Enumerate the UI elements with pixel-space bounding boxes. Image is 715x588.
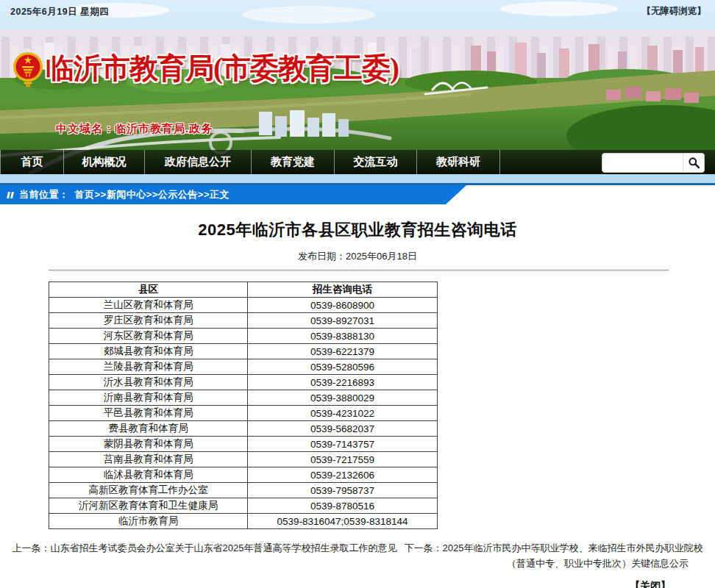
search-icon	[688, 157, 700, 169]
phone-cell: 0539-8927031	[248, 313, 438, 329]
table-row: 莒南县教育和体育局 0539-7217559	[49, 452, 438, 467]
prev-article-link[interactable]: 山东省招生考试委员会办公室关于山东省2025年普通高等学校招生录取工作的意见	[51, 542, 397, 553]
divider-line	[49, 270, 669, 272]
district-cell: 平邑县教育和体育局	[49, 406, 248, 421]
district-cell: 沂河新区教育体育和卫生健康局	[49, 498, 248, 514]
search-box	[602, 153, 705, 173]
district-cell: 沂南县教育和体育局	[49, 390, 248, 406]
district-cell: 蒙阴县教育和体育局	[49, 437, 248, 452]
phone-cell: 0539-3880029	[248, 390, 438, 406]
prev-next-links: 上一条：山东省招生考试委员会办公室关于山东省2025年普通高等学校招生录取工作的…	[0, 542, 715, 570]
publish-date-value: 2025年06月18日	[346, 251, 417, 262]
phone-table: 县区 招生咨询电话 兰山区教育和体育局 0539-8608900 罗庄区教育和体…	[49, 282, 438, 529]
table-row: 河东区教育和体育局 0539-8388130	[49, 329, 438, 344]
breadcrumb-marker-icon	[7, 192, 13, 198]
table-header-row: 县区 招生咨询电话	[49, 282, 438, 298]
search-button[interactable]	[683, 154, 704, 172]
phone-cell: 0539-4231022	[248, 406, 438, 421]
search-input[interactable]	[602, 154, 683, 172]
district-cell: 郯城县教育和体育局	[49, 344, 248, 359]
footer-line-1: 上一条：山东省招生考试委员会办公室关于山东省2025年普通高等学校招生录取工作的…	[0, 542, 715, 554]
national-emblem-icon	[12, 50, 44, 88]
phone-cell: 0539-7143757	[248, 437, 438, 452]
article-title: 2025年临沂市各县区职业教育招生咨询电话	[0, 219, 715, 241]
article-content: 2025年临沂市各县区职业教育招生咨询电话 发布日期：2025年06月18日 县…	[0, 204, 715, 588]
phone-cell: 0539-6221379	[248, 344, 438, 359]
nav-item[interactable]: 政府信息公开	[144, 150, 251, 174]
next-label: 下一条：	[405, 542, 443, 553]
table-row: 费县教育和体育局 0539-5682037	[49, 421, 438, 437]
phone-cell: 0539-8316047;0539-8318144	[248, 514, 438, 529]
accessibility-browse-button[interactable]: 【无障碍浏览】	[642, 5, 707, 18]
table-row: 兰陵县教育和体育局 0539-5280596	[49, 359, 438, 375]
district-cell: 兰山区教育和体育局	[49, 298, 248, 313]
phone-cell: 0539-2216893	[248, 375, 438, 390]
table-row: 罗庄区教育和体育局 0539-8927031	[49, 313, 438, 329]
phone-cell: 0539-7958737	[248, 483, 438, 498]
district-cell: 临沂市教育局	[49, 514, 248, 529]
table-row: 高新区教育体育工作办公室 0539-7958737	[49, 483, 438, 498]
publish-date-label: 发布日期：	[298, 251, 346, 262]
breadcrumb: 当前位置： 首页>>新闻中心>>公示公告>>正文	[0, 185, 466, 204]
table-row: 沂水县教育和体育局 0539-2216893	[49, 375, 438, 390]
current-date: 2025年6月19日 星期四	[10, 6, 109, 18]
spacer-strip	[0, 174, 715, 183]
table-row: 兰山区教育和体育局 0539-8608900	[49, 298, 438, 313]
phone-cell: 0539-7217559	[248, 452, 438, 467]
table-row: 临沭县教育和体育局 0539-2132606	[49, 467, 438, 483]
table-row: 沂河新区教育体育和卫生健康局 0539-8780516	[49, 498, 438, 514]
nav-item[interactable]: 教育党建	[251, 150, 334, 174]
next-article-link-continued[interactable]: （普通中专、职业中专批次）关键信息公示	[507, 558, 689, 569]
site-banner: 2025年6月19日 星期四 【无障碍浏览】 临沂市教育局(市委教育工委) 中文…	[0, 0, 715, 174]
district-cell: 莒南县教育和体育局	[49, 452, 248, 467]
table-row: 沂南县教育和体育局 0539-3880029	[49, 390, 438, 406]
nav-item[interactable]: 机构概况	[63, 150, 144, 174]
nav-item[interactable]: 交流互动	[334, 150, 416, 174]
table-row: 平邑县教育和体育局 0539-4231022	[49, 406, 438, 421]
breadcrumb-label: 当前位置：	[19, 188, 69, 201]
publish-date-line: 发布日期：2025年06月18日	[0, 250, 715, 263]
table-row: 临沂市教育局 0539-8316047;0539-8318144	[49, 514, 438, 529]
district-cell: 费县教育和体育局	[49, 421, 248, 437]
nav-spacer	[500, 150, 602, 174]
column-header-phone: 招生咨询电话	[248, 282, 438, 298]
district-cell: 河东区教育和体育局	[49, 329, 248, 344]
footer-line-2: （普通中专、职业中专批次）关键信息公示	[0, 557, 715, 570]
phone-cell: 0539-8780516	[248, 498, 438, 514]
breadcrumb-path[interactable]: 首页>>新闻中心>>公示公告>>正文	[75, 188, 230, 201]
nav-items: 首页 机构概况 政府信息公开 教育党建 交流互动 教研科研	[0, 150, 500, 174]
prev-label: 上一条：	[13, 542, 51, 553]
breadcrumb-row: 当前位置： 首页>>新闻中心>>公示公告>>正文	[0, 183, 715, 204]
nav-item[interactable]: 教研科研	[416, 150, 500, 174]
phone-cell: 0539-2132606	[248, 467, 438, 483]
district-cell: 沂水县教育和体育局	[49, 375, 248, 390]
column-header-district: 县区	[49, 282, 248, 298]
phone-cell: 0539-5682037	[248, 421, 438, 437]
nav-item[interactable]: 首页	[0, 150, 63, 174]
phone-cell: 0539-8388130	[248, 329, 438, 344]
table-body: 兰山区教育和体育局 0539-8608900 罗庄区教育和体育局 0539-89…	[49, 298, 438, 529]
table-row: 郯城县教育和体育局 0539-6221379	[49, 344, 438, 359]
next-article-link[interactable]: 2025年临沂市民办中等职业学校、来临招生市外民办职业院校	[443, 542, 703, 553]
close-row: 【关闭】	[0, 579, 715, 588]
district-cell: 罗庄区教育和体育局	[49, 313, 248, 329]
close-button[interactable]: 【关闭】	[630, 580, 671, 588]
table-row: 蒙阴县教育和体育局 0539-7143757	[49, 437, 438, 452]
phone-cell: 0539-5280596	[248, 359, 438, 375]
district-cell: 高新区教育体育工作办公室	[49, 483, 248, 498]
site-title: 临沂市教育局(市委教育工委)	[46, 49, 399, 88]
phone-cell: 0539-8608900	[248, 298, 438, 313]
site-domain-line: 中文域名：临沂市教育局.政务	[56, 122, 213, 136]
district-cell: 临沭县教育和体育局	[49, 467, 248, 483]
district-cell: 兰陵县教育和体育局	[49, 359, 248, 375]
main-navbar: 首页 机构概况 政府信息公开 教育党建 交流互动 教研科研	[0, 150, 715, 174]
